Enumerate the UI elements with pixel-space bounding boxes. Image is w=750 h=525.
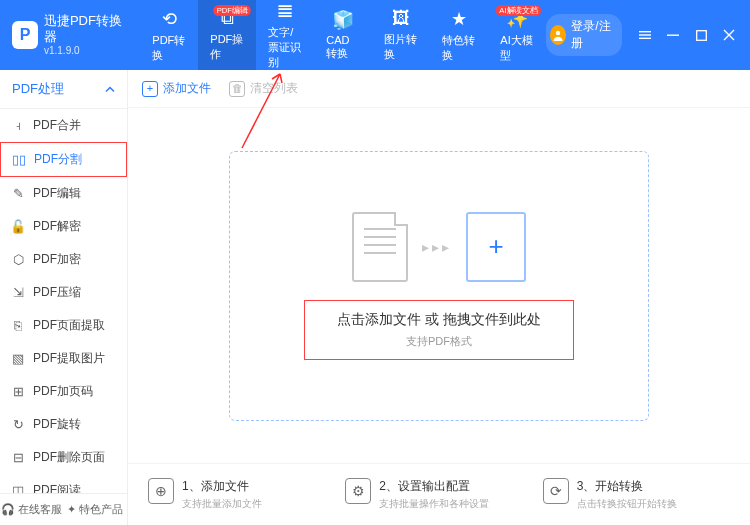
top-tab-2[interactable]: 𝌆文字/票证识别 <box>256 0 314 70</box>
svg-point-0 <box>556 31 560 35</box>
sidebar-item-9[interactable]: ↻PDF旋转 <box>0 408 127 441</box>
dots-icon: ▸▸▸ <box>422 239 452 255</box>
avatar-icon <box>550 25 566 45</box>
sidebar-item-icon: ▯▯ <box>11 152 27 167</box>
step-3: ⟳3、开始转换点击转换按钮开始转换 <box>543 478 730 511</box>
top-tabs: ⟲PDF转换PDF编辑⧉PDF操作𝌆文字/票证识别🧊CAD转换🖼图片转换★特色转… <box>140 0 546 70</box>
minimize-button[interactable] <box>660 23 686 47</box>
tab-label: 特色转换 <box>442 33 476 63</box>
tab-badge: AI解读文档 <box>496 5 541 16</box>
clear-list-button[interactable]: 🗑 清空列表 <box>229 80 298 97</box>
sidebar-item-6[interactable]: ⎘PDF页面提取 <box>0 309 127 342</box>
step-icon: ⊕ <box>148 478 174 504</box>
tab-label: PDF转换 <box>152 33 186 63</box>
sidebar-item-label: PDF压缩 <box>33 284 81 301</box>
step-icon: ⚙ <box>345 478 371 504</box>
svg-rect-1 <box>639 31 651 32</box>
drop-zone-line2: 支持PDF格式 <box>337 334 541 349</box>
app-title: 迅捷PDF转换器 <box>44 13 128 44</box>
svg-rect-3 <box>639 38 651 39</box>
tab-label: AI大模型 <box>500 33 534 63</box>
sidebar-item-label: PDF旋转 <box>33 416 81 433</box>
tab-icon: 𝌆 <box>277 0 293 22</box>
step-2: ⚙2、设置输出配置支持批量操作和各种设置 <box>345 478 532 511</box>
step-desc: 支持批量操作和各种设置 <box>379 497 489 511</box>
toolbar: + 添加文件 🗑 清空列表 <box>128 70 750 108</box>
sidebar-item-icon: ⊞ <box>10 384 26 399</box>
svg-rect-5 <box>696 30 706 40</box>
main-panel: + 添加文件 🗑 清空列表 ▸▸▸ + 点击添加文件 或 拖拽文件到此处 <box>128 70 750 525</box>
tab-label: 文字/票证识别 <box>268 25 302 70</box>
top-tab-3[interactable]: 🧊CAD转换 <box>314 0 372 70</box>
sidebar-item-0[interactable]: ⫞PDF合并 <box>0 109 127 142</box>
sidebar-item-8[interactable]: ⊞PDF加页码 <box>0 375 127 408</box>
sidebar-item-1[interactable]: ▯▯PDF分割 <box>0 142 127 177</box>
sidebar-item-icon: ↻ <box>10 417 26 432</box>
top-tab-0[interactable]: ⟲PDF转换 <box>140 0 198 70</box>
sidebar-item-10[interactable]: ⊟PDF删除页面 <box>0 441 127 474</box>
drop-zone-line1: 点击添加文件 或 拖拽文件到此处 <box>337 311 541 329</box>
step-desc: 点击转换按钮开始转换 <box>577 497 677 511</box>
sidebar-item-label: PDF合并 <box>33 117 81 134</box>
tab-label: PDF操作 <box>210 32 244 62</box>
chevron-up-icon <box>105 86 115 93</box>
sidebar-item-label: PDF分割 <box>34 151 82 168</box>
sidebar-section-header[interactable]: PDF处理 <box>0 70 127 109</box>
svg-rect-4 <box>667 35 679 36</box>
steps-bar: ⊕1、添加文件支持批量添加文件⚙2、设置输出配置支持批量操作和各种设置⟳3、开始… <box>128 463 750 525</box>
sidebar-item-label: PDF加密 <box>33 251 81 268</box>
sidebar-item-5[interactable]: ⇲PDF压缩 <box>0 276 127 309</box>
sidebar-list: ⫞PDF合并▯▯PDF分割✎PDF编辑🔓PDF解密⬡PDF加密⇲PDF压缩⎘PD… <box>0 109 127 493</box>
add-file-button[interactable]: + 添加文件 <box>142 80 211 97</box>
sidebar-item-label: PDF解密 <box>33 218 81 235</box>
sidebar-item-icon: ⊟ <box>10 450 26 465</box>
sidebar-item-icon: ▧ <box>10 351 26 366</box>
sidebar-item-icon: ⎘ <box>10 318 26 333</box>
svg-rect-2 <box>639 34 651 35</box>
top-tab-1[interactable]: PDF编辑⧉PDF操作 <box>198 0 256 70</box>
sidebar-item-label: PDF阅读 <box>33 482 81 493</box>
sidebar-item-icon: ◫ <box>10 483 26 493</box>
sidebar-header-label: PDF处理 <box>12 80 64 98</box>
login-button[interactable]: 登录/注册 <box>546 14 622 56</box>
sidebar: PDF处理 ⫞PDF合并▯▯PDF分割✎PDF编辑🔓PDF解密⬡PDF加密⇲PD… <box>0 70 128 525</box>
tab-icon: 🧊 <box>332 9 354 31</box>
close-button[interactable] <box>716 23 742 47</box>
drop-zone-text: 点击添加文件 或 拖拽文件到此处 支持PDF格式 <box>304 300 574 360</box>
maximize-button[interactable] <box>688 23 714 47</box>
sidebar-item-3[interactable]: 🔓PDF解密 <box>0 210 127 243</box>
sidebar-item-7[interactable]: ▧PDF提取图片 <box>0 342 127 375</box>
app-header: P 迅捷PDF转换器 v1.1.9.0 ⟲PDF转换PDF编辑⧉PDF操作𝌆文字… <box>0 0 750 70</box>
sidebar-item-label: PDF页面提取 <box>33 317 105 334</box>
sidebar-item-icon: 🔓 <box>10 219 26 234</box>
drop-zone[interactable]: ▸▸▸ + 点击添加文件 或 拖拽文件到此处 支持PDF格式 <box>229 151 649 421</box>
featured-link[interactable]: ✦特色产品 <box>64 494 128 525</box>
top-tab-4[interactable]: 🖼图片转换 <box>372 0 430 70</box>
sidebar-item-icon: ⬡ <box>10 252 26 267</box>
menu-button[interactable] <box>632 23 658 47</box>
sidebar-item-icon: ✎ <box>10 186 26 201</box>
step-title: 3、开始转换 <box>577 478 677 495</box>
trash-icon: 🗑 <box>229 81 245 97</box>
document-icon <box>352 212 408 282</box>
tab-icon: ⟲ <box>162 8 177 30</box>
sidebar-item-11[interactable]: ◫PDF阅读 <box>0 474 127 493</box>
sidebar-item-icon: ⫞ <box>10 118 26 133</box>
step-title: 1、添加文件 <box>182 478 262 495</box>
tab-badge: PDF编辑 <box>214 5 251 16</box>
sidebar-item-label: PDF删除页面 <box>33 449 105 466</box>
top-tab-5[interactable]: ★特色转换 <box>430 0 488 70</box>
app-logo-icon: P <box>12 21 38 49</box>
sidebar-item-label: PDF加页码 <box>33 383 93 400</box>
support-link[interactable]: 🎧在线客服 <box>0 494 64 525</box>
sidebar-item-2[interactable]: ✎PDF编辑 <box>0 177 127 210</box>
sidebar-item-label: PDF提取图片 <box>33 350 105 367</box>
top-tab-6[interactable]: AI解读文档✨AI大模型 <box>488 0 546 70</box>
app-version: v1.1.9.0 <box>44 45 128 57</box>
tab-icon: 🖼 <box>392 8 410 29</box>
sidebar-item-4[interactable]: ⬡PDF加密 <box>0 243 127 276</box>
logo-area: P 迅捷PDF转换器 v1.1.9.0 <box>0 0 140 70</box>
add-box-icon: + <box>466 212 526 282</box>
tab-label: 图片转换 <box>384 32 418 62</box>
tab-label: CAD转换 <box>326 34 360 61</box>
